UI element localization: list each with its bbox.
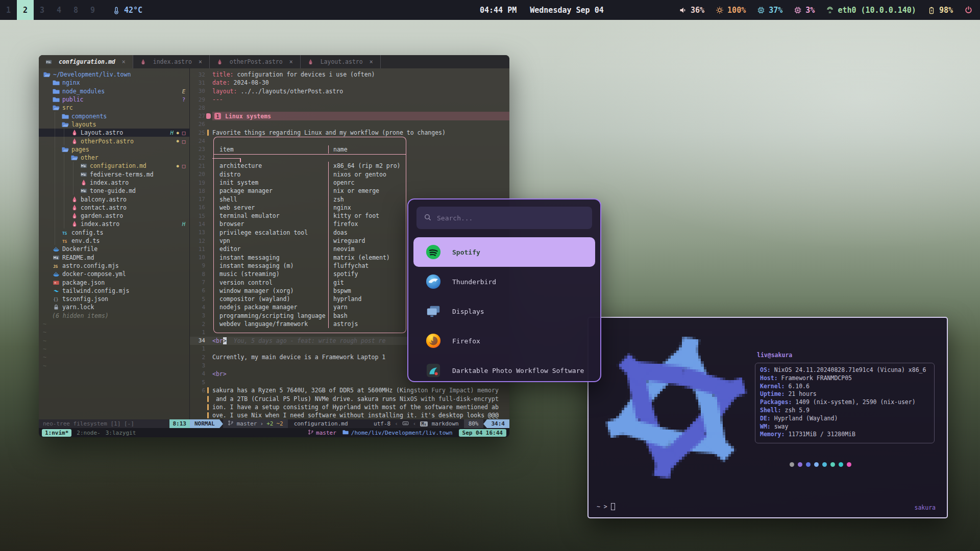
tmux-window-1:nvim*[interactable]: 1:nvim*	[42, 429, 71, 437]
tmux-window-3:lazygit[interactable]: 3:lazygit	[106, 430, 136, 436]
tree-item-label: Layout.astro	[81, 129, 123, 136]
network-icon	[826, 6, 834, 14]
palette-dot	[814, 462, 819, 467]
launcher-entry-darktable[interactable]: Darktable Photo Workflow Software	[413, 356, 595, 382]
js-icon: JS	[52, 262, 60, 269]
astro-icon	[70, 129, 78, 136]
tree-item-config.ts[interactable]: TSconfig.ts	[39, 229, 189, 237]
tree-item-contact.astro[interactable]: contact.astro	[39, 204, 189, 212]
workspace-9[interactable]: 9	[84, 0, 101, 20]
tree-item-index.astro[interactable]: index.astroH	[39, 220, 189, 228]
tree-item-label: README.md	[62, 254, 94, 261]
close-icon[interactable]: ×	[289, 58, 293, 65]
tree-item-components[interactable]: components	[39, 112, 189, 120]
close-icon[interactable]: ×	[122, 58, 126, 65]
tmux-cwd: /home/liv/Development/liv.town	[342, 429, 453, 437]
tree-item-astro.config.mjs[interactable]: JSastro.config.mjs	[39, 262, 189, 270]
editor-line: 32title: configuration for devices i use…	[190, 70, 509, 79]
tree-item-Layout.astro[interactable]: Layout.astroH●□	[39, 129, 189, 137]
launcher-search-input[interactable]: Search...	[416, 207, 592, 229]
empty-line-tilde: ~	[39, 345, 189, 353]
tree-item-README.md[interactable]: README.md	[39, 254, 189, 262]
tab-index.astro[interactable]: index.astro×	[133, 55, 210, 68]
tree-item-label: index.astro	[81, 220, 119, 228]
tree-item-tailwind.config.mjs[interactable]: tailwind.config.mjs	[39, 287, 189, 295]
tree-item-src[interactable]: src	[39, 104, 189, 112]
astro-icon	[70, 196, 78, 203]
fetch-info-line: Host: Framework FRANMDCP05	[760, 374, 929, 383]
tree-item-garden.astro[interactable]: garden.astro	[39, 212, 189, 220]
workspace-4[interactable]: 4	[51, 0, 67, 20]
entry-label: Thunderbird	[452, 278, 496, 286]
fetch-info-line: DE: Hyprland (Wayland)	[760, 415, 929, 423]
editor-line: 31date: 2024-08-30	[190, 79, 509, 87]
battery-module[interactable]: 98%	[927, 6, 953, 15]
workspace-3[interactable]: 3	[34, 0, 51, 20]
tree-item-tone-guide.md[interactable]: tone-guide.md	[39, 187, 189, 195]
close-icon[interactable]: ×	[199, 58, 202, 65]
md-icon	[52, 254, 60, 261]
folder-icon	[52, 79, 60, 86]
cpu-module[interactable]: 37%	[757, 6, 782, 15]
tab-Layout.astro[interactable]: Layout.astro×	[301, 55, 381, 68]
launcher-entry-firefox[interactable]: Firefox	[413, 326, 595, 356]
tree-item-configuration.md[interactable]: configuration.md●□	[39, 162, 189, 170]
tree-item-package.json[interactable]: npackage.json	[39, 278, 189, 286]
tree-item-layouts[interactable]: layouts	[39, 120, 189, 129]
folder-icon	[52, 96, 60, 103]
volume-module[interactable]: 36%	[679, 6, 704, 15]
cpu-value: 37%	[769, 6, 782, 15]
tree-item-pages[interactable]: pages	[39, 145, 189, 154]
tree-item-balcony.astro[interactable]: balcony.astro	[39, 195, 189, 203]
tmux-window-2:node-[interactable]: 2:node-	[77, 430, 100, 436]
tree-item-Dockerfile[interactable]: Dockerfile	[39, 245, 189, 253]
tree-item-label: components	[71, 113, 107, 120]
tree-item-otherPost.astro[interactable]: otherPost.astro●□	[39, 137, 189, 145]
tree-item-node-modules[interactable]: node_modulesE	[39, 87, 189, 95]
volume-value: 36%	[691, 6, 704, 15]
folder-icon	[342, 429, 349, 437]
tab-otherPost.astro[interactable]: otherPost.astro×	[210, 55, 301, 68]
shell-prompt[interactable]: ~ >	[597, 503, 615, 510]
fetch-info-line: Memory: 11731MiB / 31280MiB	[760, 431, 929, 439]
network-module[interactable]: eth0 (10.0.0.140)	[826, 6, 916, 15]
tree-item-nginx[interactable]: nginx	[39, 79, 189, 87]
brightness-module[interactable]: 100%	[716, 6, 746, 15]
temperature-module[interactable]: 42°C	[112, 6, 142, 15]
table-row: 18package managernix or emerge	[190, 187, 509, 195]
astro-icon	[70, 204, 78, 211]
tree-item-label: configuration.md	[90, 162, 146, 169]
close-icon[interactable]: ×	[370, 58, 373, 65]
tree-item-public[interactable]: public?	[39, 95, 189, 104]
tree-item-other[interactable]: other	[39, 154, 189, 162]
tree-item-index.astro[interactable]: index.astro	[39, 179, 189, 187]
git-status-marks: ?	[182, 96, 185, 103]
empty-line-tilde: ~	[39, 337, 189, 345]
gpu-module[interactable]: 3%	[794, 6, 815, 15]
git-status-segment: master › +2 ~2	[223, 419, 288, 428]
tree-item-docker-compose.yml[interactable]: docker-compose.yml	[39, 270, 189, 278]
launcher-entry-spotify[interactable]: Spotify	[413, 237, 595, 267]
editor-line: 23itemname	[190, 145, 509, 154]
clock-module[interactable]: 04:44 PM Wednesday Sep 04	[480, 0, 604, 20]
workspace-1[interactable]: 1	[0, 0, 17, 20]
palette-dot	[806, 462, 811, 467]
launcher-entry-thunderbird[interactable]: Thunderbird	[413, 267, 595, 296]
workspace-2[interactable]: 2	[17, 0, 34, 20]
statusline-filename: configuration.md	[288, 419, 354, 428]
tab-configuration.md[interactable]: configuration.md×	[39, 55, 133, 68]
tree-item--6-hidden-items-[interactable]: (6 hidden items)	[39, 312, 189, 320]
encoding: utf-8	[374, 420, 390, 427]
fetch-user-host: liv@sakura	[757, 352, 792, 359]
tree-item-tsconfig.json[interactable]: {}tsconfig.json	[39, 295, 189, 303]
workspace-8[interactable]: 8	[67, 0, 84, 20]
tree-item-yarn.lock[interactable]: yarn.lock	[39, 303, 189, 311]
tree-item-~-Development-liv.town[interactable]: ~/Development/liv.town	[39, 70, 189, 79]
power-button[interactable]	[964, 6, 973, 14]
tree-item-env.d.ts[interactable]: TSenv.d.ts	[39, 237, 189, 245]
astro-icon	[307, 59, 314, 65]
table-row: 20distronixos or gentoo	[190, 170, 509, 179]
launcher-entry-displays[interactable]: Displays	[413, 296, 595, 326]
terminal-window: liv@sakura OS: NixOS 24.11.20240828.71e9…	[587, 317, 948, 518]
tree-item-fediverse-terms.md[interactable]: fediverse-terms.md	[39, 170, 189, 179]
